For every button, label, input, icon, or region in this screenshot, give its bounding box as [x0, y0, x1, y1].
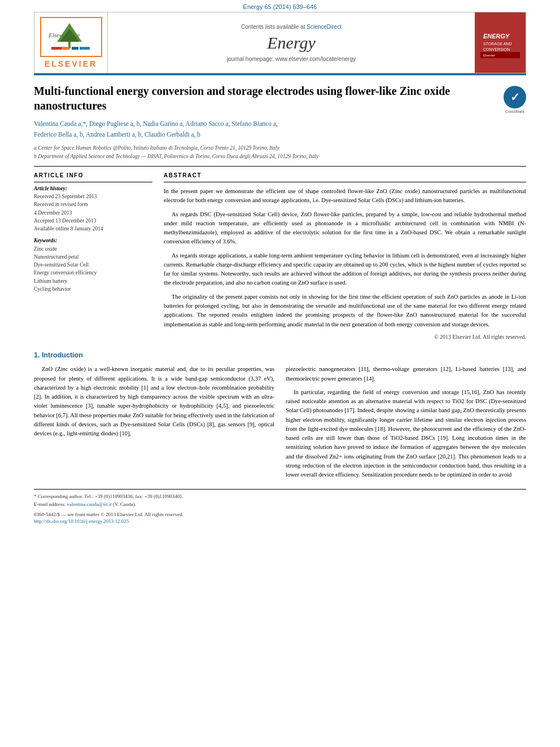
elsevier-logo: Elsevier tree ELSEVIER [34, 12, 108, 73]
journal-header-box: Elsevier tree ELSEVIER Contents lists av… [34, 12, 526, 73]
svg-rect-5 [80, 47, 90, 50]
keywords-label: Keywords: [34, 238, 152, 243]
abstract-body: In the present paper we demonstrate the … [164, 187, 526, 341]
doi-line[interactable]: http://dx.doi.org/10.1016/j.energy.2013.… [34, 518, 526, 524]
email-address[interactable]: valentina.cauda@iit.it [67, 501, 111, 507]
article-info-panel: ARTICLE INFO Article history: Received 2… [34, 172, 152, 341]
elsevier-label: ELSEVIER [45, 59, 97, 68]
sciencedirect-link[interactable]: ScienceDirect [307, 24, 342, 30]
crossmark-label: CrossMark [504, 110, 526, 113]
footnote-email-line: E-mail address: valentina.cauda@iit.it (… [34, 501, 526, 508]
available-online: Available online 8 January 2014 [34, 225, 152, 233]
homepage-line: journal homepage: www.elsevier.com/locat… [119, 56, 463, 62]
received-date: Received 23 September 2013 [34, 193, 152, 200]
abstract-p1: In the present paper we demonstrate the … [164, 187, 526, 206]
svg-text:ENERGY: ENERGY [483, 33, 510, 40]
authors-line1: Valentina Cauda a,*, Diego Pugliese a, b… [34, 119, 526, 129]
copyright-line: © 2013 Elsevier Ltd. All rights reserved… [164, 333, 526, 342]
intro-col-left: ZnO (Zinc oxide) is a well-known inorgan… [34, 365, 274, 479]
svg-rect-6 [62, 47, 69, 50]
sciencedirect-line: Contents lists available at ScienceDirec… [119, 24, 463, 30]
article-content: Multi-functional energy conversion and s… [34, 76, 526, 532]
abstract-p2: As regards DSC (Dye-sensitized Solar Cel… [164, 210, 526, 247]
keyword-3: Dye-sensitized Solar Cell [34, 261, 152, 269]
svg-rect-4 [51, 47, 62, 50]
revised-date: 4 December 2013 [34, 209, 152, 217]
footnote-corresponding: * Corresponding author. Tel.: +39 (0)110… [34, 493, 526, 500]
intro-p2-right: In particular, regarding the field of en… [286, 388, 526, 480]
intro-p1-left: ZnO (Zinc oxide) is a well-known inorgan… [34, 365, 274, 438]
energy-logo-right: ENERGY STORAGE AND CONVERSION Elsevier [475, 12, 526, 73]
email-label: E-mail address: [34, 501, 65, 507]
crossmark-badge: ✓ CrossMark [504, 86, 526, 113]
keyword-5: Lithium battery [34, 277, 152, 285]
keyword-4: Energy conversion efficiency [34, 269, 152, 277]
keyword-2: Nanostructured petal [34, 253, 152, 261]
article-title: Multi-functional energy conversion and s… [34, 84, 495, 113]
received-revised-label: Received in revised form [34, 201, 152, 208]
introduction-section: 1. Introduction ZnO (Zinc oxide) is a we… [34, 351, 526, 479]
keyword-6: Cycling behavior [34, 285, 152, 293]
intro-columns: ZnO (Zinc oxide) is a well-known inorgan… [34, 365, 526, 479]
affiliation-b: b Department of Applied Science and Tech… [34, 153, 526, 160]
intro-p1-right: piezoelectric nanogenerators [11], therm… [286, 365, 526, 383]
svg-text:Elsevier: Elsevier [483, 54, 495, 57]
journal-name-display: Energy [119, 33, 463, 53]
history-divider [34, 182, 152, 182]
intro-col-right: piezoelectric nanogenerators [11], therm… [286, 365, 526, 479]
issn-line: 0360-5442/$ — see front matter © 2013 El… [34, 512, 526, 517]
abstract-p4: The originality of the present paper con… [164, 292, 526, 329]
accepted-date: Accepted 13 December 2013 [34, 217, 152, 225]
journal-center-header: Contents lists available at ScienceDirec… [108, 12, 475, 73]
history-label: Article history: [34, 186, 152, 191]
info-abstract-row: ARTICLE INFO Article history: Received 2… [34, 172, 526, 341]
abstract-heading: ABSTRACT [164, 172, 526, 178]
abstract-p3: As regards storage applications, a stabl… [164, 251, 526, 288]
svg-rect-7 [72, 47, 78, 50]
keyword-1: Zinc oxide [34, 245, 152, 253]
svg-text:STORAGE AND: STORAGE AND [483, 42, 511, 46]
affiliation-a: a Center for Space Human Robotics @Polit… [34, 145, 526, 152]
svg-text:CONVERSION: CONVERSION [483, 47, 510, 51]
section-separator [34, 166, 526, 167]
authors-line2: Federico Bella a, b, Andrea Lamberti a, … [34, 130, 526, 139]
footnote-area: * Corresponding author. Tel.: +39 (0)110… [34, 489, 526, 524]
article-info-heading: ARTICLE INFO [34, 172, 152, 178]
abstract-divider [164, 182, 526, 182]
email-suffix: (V. Cauda). [113, 501, 136, 507]
abstract-panel: ABSTRACT In the present paper we demonst… [164, 172, 526, 341]
intro-heading: 1. Introduction [34, 351, 526, 359]
journal-ref-line: Energy 65 (2014) 639–646 [0, 0, 560, 12]
